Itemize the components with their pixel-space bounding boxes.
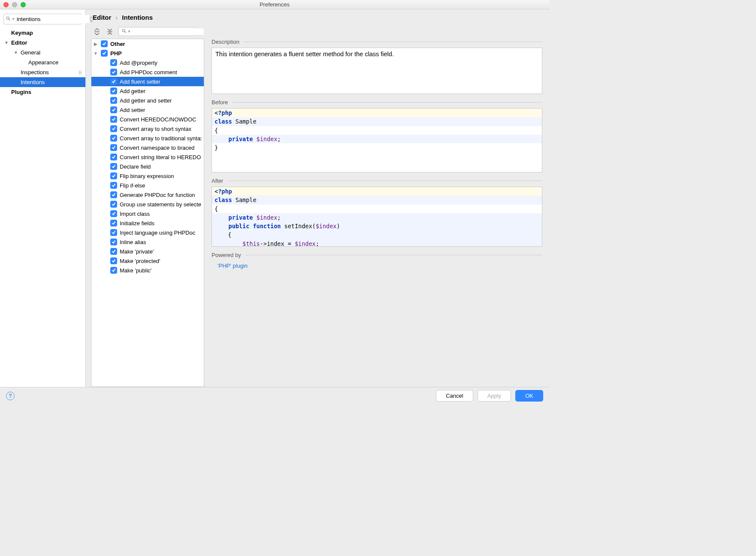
intention-item[interactable]: Flip if-else: [91, 181, 204, 190]
checkbox-icon[interactable]: [110, 201, 117, 208]
intention-label: Inject language using PHPDoc: [120, 230, 195, 236]
svg-line-1: [9, 19, 10, 21]
checkbox-icon[interactable]: [110, 116, 117, 123]
collapse-all-icon[interactable]: [106, 27, 114, 36]
intention-item[interactable]: Convert string literal to HEREDOC: [91, 152, 204, 162]
checkbox-icon[interactable]: [110, 239, 117, 245]
checkbox-icon[interactable]: [110, 163, 117, 170]
intention-item[interactable]: Initialize fields: [91, 218, 204, 228]
checkbox-icon[interactable]: [110, 172, 117, 179]
intention-label: Import class: [120, 211, 150, 217]
sidebar-item-appearance[interactable]: Appearance: [0, 57, 85, 67]
before-label: Before: [212, 99, 228, 106]
intention-item[interactable]: Add @property: [91, 58, 204, 67]
intention-label: Group use statements by selected: [120, 201, 201, 208]
sidebar-item-general[interactable]: ▼General: [0, 48, 85, 57]
intention-item[interactable]: Convert namespace to braced: [91, 143, 204, 152]
window-controls: [3, 2, 26, 7]
intention-item[interactable]: Make 'protected': [91, 256, 204, 266]
checkbox-icon[interactable]: [110, 257, 117, 264]
filter-input[interactable]: [132, 28, 204, 35]
intention-label: Add getter and setter: [120, 97, 172, 104]
checkbox-icon[interactable]: [110, 144, 117, 151]
checkbox-icon[interactable]: [110, 182, 117, 189]
intentions-group-php[interactable]: PHP: [91, 48, 204, 58]
intention-label: Add PHPDoc comment: [120, 69, 177, 76]
intention-item[interactable]: Generate PHPDoc for function: [91, 190, 204, 199]
intention-label: Add getter: [120, 88, 145, 94]
intention-label: Add @property: [120, 60, 157, 66]
apply-button[interactable]: Apply: [478, 390, 511, 402]
intentions-list[interactable]: OtherPHPAdd @propertyAdd PHPDoc commentA…: [91, 39, 204, 387]
checkbox-icon[interactable]: [110, 97, 117, 104]
window-titlebar: Preferences: [0, 0, 549, 9]
chevron-down-icon[interactable]: [93, 51, 98, 56]
intention-item[interactable]: Convert array to traditional syntax: [91, 133, 204, 143]
group-label: Other: [110, 41, 125, 47]
chevron-down-icon: ▼: [14, 50, 19, 55]
cancel-button[interactable]: Cancel: [436, 390, 473, 402]
sidebar-item-label: Appearance: [28, 59, 58, 66]
intention-item[interactable]: Flip binary expression: [91, 171, 204, 181]
chevron-right-icon[interactable]: [93, 42, 98, 46]
chevron-down-icon[interactable]: ▼: [12, 17, 15, 21]
intention-item[interactable]: Convert array to short syntax: [91, 124, 204, 133]
checkbox-icon[interactable]: [110, 154, 117, 160]
intention-item[interactable]: Add getter: [91, 86, 204, 96]
intention-label: Declare field: [120, 163, 151, 170]
intention-item[interactable]: Inject language using PHPDoc: [91, 228, 204, 237]
expand-all-icon[interactable]: [93, 27, 101, 36]
sidebar-search-input[interactable]: [16, 15, 90, 23]
chevron-down-icon[interactable]: ▼: [127, 30, 131, 33]
intention-label: Generate PHPDoc for function: [120, 192, 195, 198]
checkbox-icon[interactable]: [110, 267, 117, 274]
intention-label: Flip binary expression: [120, 173, 174, 179]
minimize-icon[interactable]: [12, 2, 17, 7]
checkbox-icon[interactable]: [110, 106, 117, 113]
checkbox-icon[interactable]: [110, 135, 117, 142]
checkbox-icon[interactable]: [101, 50, 108, 57]
checkbox-icon[interactable]: [110, 248, 117, 255]
intention-item[interactable]: Convert HEREDOC/NOWDOC: [91, 115, 204, 124]
sidebar-item-label: Keymap: [11, 30, 33, 36]
intention-label: Inline alias: [120, 239, 146, 245]
search-icon: [6, 16, 11, 22]
intention-item[interactable]: Group use statements by selected: [91, 199, 204, 209]
powered-by-link[interactable]: 'PHP' plugin: [212, 261, 542, 269]
intention-item[interactable]: Make 'private': [91, 247, 204, 256]
checkbox-icon[interactable]: [110, 125, 117, 132]
intention-item[interactable]: Add setter: [91, 105, 204, 115]
checkbox-icon[interactable]: [110, 191, 117, 198]
sidebar-item-keymap[interactable]: Keymap: [0, 28, 85, 38]
intention-item[interactable]: Add getter and setter: [91, 96, 204, 105]
intention-item[interactable]: Add fluent setter: [91, 77, 204, 86]
close-icon[interactable]: [3, 2, 9, 7]
sidebar-search[interactable]: ▼ ✕: [3, 14, 82, 24]
breadcrumb: Editor › Intentions: [91, 14, 549, 25]
intention-item[interactable]: Declare field: [91, 162, 204, 171]
sidebar-item-intentions[interactable]: Intentions: [0, 77, 85, 87]
sidebar-item-plugins[interactable]: Plugins: [0, 87, 85, 97]
breadcrumb-root[interactable]: Editor: [93, 14, 111, 21]
intention-item[interactable]: Make 'public': [91, 266, 204, 275]
checkbox-icon[interactable]: [110, 210, 117, 217]
sidebar-item-inspections[interactable]: Inspections⎘: [0, 67, 85, 77]
intention-item[interactable]: Add PHPDoc comment: [91, 67, 204, 77]
intentions-group-other[interactable]: Other: [91, 39, 204, 48]
intention-item[interactable]: Import class: [91, 209, 204, 218]
checkbox-icon[interactable]: [110, 69, 117, 76]
checkbox-icon[interactable]: [110, 88, 117, 94]
checkbox-icon[interactable]: [110, 220, 117, 227]
sidebar-item-editor[interactable]: ▼Editor: [0, 38, 85, 48]
filter-box[interactable]: ▼: [118, 27, 196, 36]
intention-label: Make 'private': [120, 248, 154, 255]
intention-item[interactable]: Inline alias: [91, 237, 204, 247]
checkbox-icon[interactable]: [110, 78, 117, 85]
splitter-handle[interactable]: ···: [209, 39, 212, 387]
maximize-icon[interactable]: [21, 2, 26, 7]
ok-button[interactable]: OK: [515, 390, 543, 402]
checkbox-icon[interactable]: [110, 229, 117, 236]
checkbox-icon[interactable]: [110, 59, 117, 66]
checkbox-icon[interactable]: [101, 40, 108, 47]
help-button[interactable]: ?: [6, 392, 15, 400]
